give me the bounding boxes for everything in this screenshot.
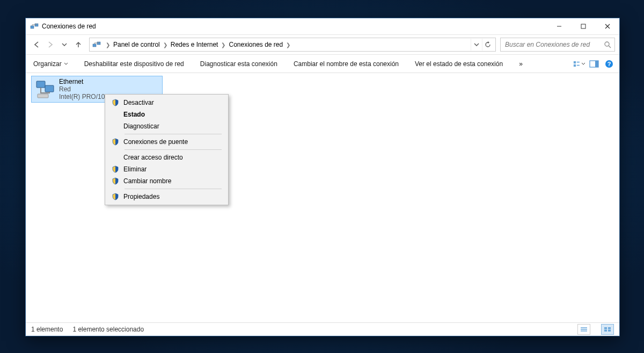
menu-separator [125, 134, 222, 134]
menu-item-diagnose[interactable]: Diagnosticar [106, 120, 227, 132]
svg-rect-10 [574, 61, 576, 63]
address-folder-icon [92, 40, 101, 49]
svg-rect-20 [38, 94, 48, 98]
menu-item-delete[interactable]: Eliminar [106, 163, 227, 175]
titlebar: Conexiones de red [26, 18, 619, 35]
breadcrumb-item[interactable]: Redes e Internet [170, 41, 219, 48]
organize-label: Organizar [33, 60, 62, 68]
network-connections-icon [30, 22, 39, 31]
adapter-status: Red [59, 85, 159, 93]
disable-device-button[interactable]: Deshabilitar este dispositivo de red [81, 58, 187, 70]
shield-icon [111, 165, 120, 173]
svg-rect-3 [581, 24, 586, 28]
status-item-count: 1 elemento [31, 326, 63, 333]
help-button[interactable]: ? [603, 58, 615, 70]
content-area[interactable]: Ethernet Red Intel(R) PRO/1000 MT Deskto… [26, 73, 619, 322]
svg-text:?: ? [608, 61, 611, 67]
address-dropdown-button[interactable] [471, 39, 482, 51]
menu-item-disable[interactable]: Desactivar [106, 97, 227, 109]
up-button[interactable] [72, 38, 85, 51]
chevron-down-icon [581, 62, 585, 66]
svg-rect-11 [574, 64, 576, 66]
minimize-button[interactable] [547, 18, 571, 34]
search-input[interactable] [504, 40, 604, 49]
forward-button[interactable] [44, 38, 57, 51]
svg-point-8 [605, 42, 609, 46]
view-options-button[interactable] [573, 58, 585, 70]
menu-item-rename[interactable]: Cambiar nombre [106, 175, 227, 187]
view-status-button[interactable]: Ver el estado de esta conexión [412, 58, 506, 70]
svg-rect-25 [608, 327, 611, 329]
address-bar[interactable]: ❯ Panel de control ❯ Redes e Internet ❯ … [89, 38, 496, 52]
chevron-right-icon[interactable]: ❯ [104, 42, 112, 48]
svg-rect-19 [45, 85, 54, 92]
adapter-name: Ethernet [59, 78, 159, 85]
svg-rect-6 [93, 44, 96, 47]
svg-rect-0 [31, 26, 34, 28]
maximize-button[interactable] [571, 18, 595, 34]
shield-icon [111, 138, 120, 146]
diagnose-button[interactable]: Diagnosticar esta conexión [197, 58, 281, 70]
menu-item-bridge[interactable]: Conexiones de puente [106, 136, 227, 148]
menu-separator [125, 149, 222, 150]
navigation-row: ❯ Panel de control ❯ Redes e Internet ❯ … [26, 35, 619, 55]
svg-rect-26 [604, 330, 607, 332]
menu-item-properties[interactable]: Propiedades [106, 191, 227, 203]
context-menu: Desactivar Estado Diagnosticar Conexione… [105, 94, 229, 205]
shield-icon [111, 99, 120, 106]
large-icons-view-button[interactable] [601, 324, 614, 335]
window-title: Conexiones de red [42, 23, 96, 30]
shield-icon [111, 193, 120, 200]
svg-rect-18 [36, 81, 45, 88]
menu-separator [125, 189, 222, 189]
chevron-down-icon [64, 62, 68, 66]
breadcrumb-item[interactable]: Panel de control [112, 41, 161, 48]
ethernet-adapter-icon [34, 78, 56, 99]
menu-item-status[interactable]: Estado [106, 109, 227, 120]
toolbar-overflow-button[interactable]: » [516, 58, 526, 70]
svg-rect-24 [604, 327, 607, 329]
svg-rect-27 [608, 330, 611, 332]
chevron-right-icon[interactable]: ❯ [219, 42, 228, 48]
preview-pane-button[interactable] [588, 58, 600, 70]
chevron-right-icon[interactable]: ❯ [161, 42, 170, 48]
search-box[interactable] [500, 38, 615, 52]
back-button[interactable] [30, 38, 43, 51]
close-button[interactable] [595, 18, 619, 34]
organize-button[interactable]: Organizar [30, 58, 71, 70]
shield-icon [111, 177, 120, 185]
recent-dropdown-button[interactable] [58, 38, 71, 51]
status-selection-count: 1 elemento seleccionado [72, 326, 144, 333]
svg-rect-15 [595, 61, 598, 67]
status-bar: 1 elemento 1 elemento seleccionado [26, 322, 619, 336]
explorer-window: Conexiones de red [25, 18, 620, 336]
chevron-right-icon[interactable]: ❯ [284, 42, 292, 48]
breadcrumb-item[interactable]: Conexiones de red [228, 41, 284, 48]
menu-item-shortcut[interactable]: Crear acceso directo [106, 152, 227, 163]
breadcrumb: ❯ Panel de control ❯ Redes e Internet ❯ … [104, 41, 471, 48]
rename-connection-button[interactable]: Cambiar el nombre de esta conexión [290, 58, 402, 70]
svg-line-9 [609, 46, 611, 48]
search-icon [604, 41, 611, 48]
refresh-button[interactable] [482, 39, 493, 51]
details-view-button[interactable] [577, 324, 590, 335]
command-toolbar: Organizar Deshabilitar este dispositivo … [26, 55, 619, 73]
